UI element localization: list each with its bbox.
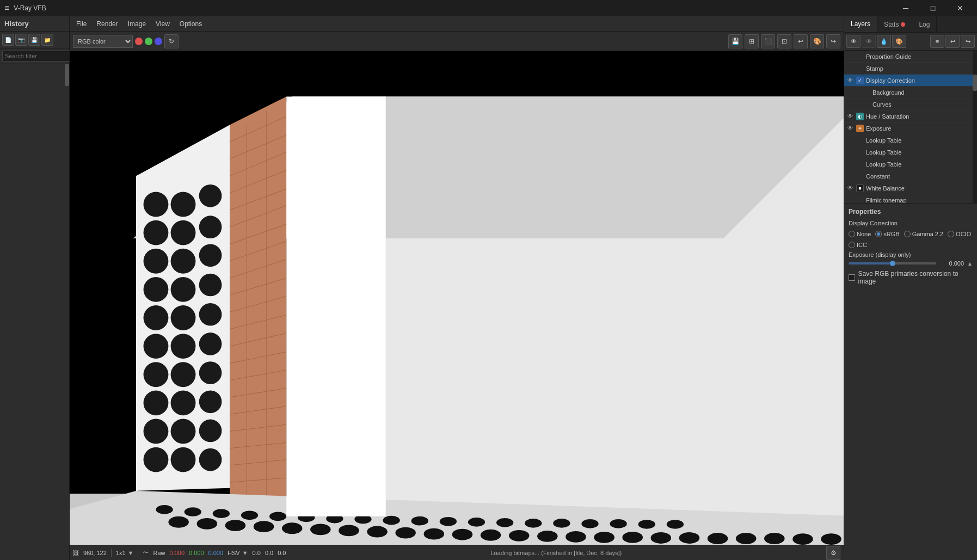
svg-point-72 — [509, 530, 530, 541]
exposure-expand-icon[interactable]: ▲ — [967, 261, 973, 267]
grid-icon-button[interactable]: ⊞ — [745, 34, 759, 48]
svg-point-99 — [553, 519, 570, 528]
radio-ocio[interactable]: OCIO — [948, 231, 971, 237]
layer-white-balance[interactable]: 👁 ■ White Balance — [844, 182, 977, 194]
layer-hue-saturation[interactable]: 👁 ◐ Hue / Saturation — [844, 110, 977, 122]
status-right: ⚙ — [826, 546, 840, 560]
select-icon-button[interactable]: ⬛ — [761, 34, 775, 48]
radio-icc[interactable]: ICC — [849, 242, 867, 248]
layer-eye-lookup3[interactable] — [846, 161, 854, 168]
layer-filmic-tonemap[interactable]: Filmic tonemap — [844, 194, 977, 203]
svg-point-100 — [581, 519, 598, 528]
layer-eye-curves[interactable] — [853, 101, 861, 108]
layer-eye-off[interactable]: 👁 — [862, 35, 876, 48]
channel-icon-button[interactable]: 🎨 — [810, 34, 824, 48]
pixel-dropdown-icon[interactable]: ▼ — [128, 550, 134, 556]
exposure-value: 0.000 — [939, 260, 964, 267]
layer-eye-display-correction[interactable]: 👁 — [846, 77, 854, 84]
display-correction-radio-row: None sRGB Gamma 2.2 OCIO — [849, 231, 973, 248]
layer-eye-lookup2[interactable] — [846, 149, 854, 156]
layer-icon-white-balance: ■ — [856, 184, 864, 192]
layer-eye-filmic[interactable] — [846, 196, 854, 204]
layer-lookup-3[interactable]: Lookup Table — [844, 158, 977, 170]
layer-list-icon[interactable]: ≡ — [930, 35, 944, 48]
tab-layers[interactable]: Layers — [844, 16, 877, 32]
history-save-button[interactable]: 💾 — [28, 34, 40, 46]
app-menu-icon[interactable]: ≡ — [4, 3, 9, 13]
history-new-button[interactable]: 📄 — [2, 34, 14, 46]
svg-point-46 — [199, 333, 222, 355]
viewport[interactable] — [70, 51, 844, 545]
layer-undo[interactable]: ↩ — [945, 35, 960, 48]
layer-exposure[interactable]: 👁 ☀ Exposure — [844, 122, 977, 134]
undo-icon-button[interactable]: ↩ — [794, 34, 808, 48]
layers-list[interactable]: Proportion Guide Stamp 👁 ✓ Display Corre… — [844, 51, 977, 203]
status-colorspace[interactable]: HSV ▼ — [228, 550, 248, 556]
blue-channel-dot[interactable] — [155, 38, 162, 45]
layer-background[interactable]: Background — [844, 87, 977, 99]
maximize-button[interactable]: □ — [920, 0, 945, 16]
radio-none[interactable]: None — [849, 231, 871, 237]
layer-lookup-1[interactable]: Lookup Table — [844, 134, 977, 146]
svg-point-78 — [679, 532, 700, 544]
layer-eye-toggle[interactable]: 👁 — [846, 35, 861, 48]
green-channel-dot[interactable] — [145, 38, 152, 45]
v-value: 0.0 — [278, 550, 286, 556]
close-button[interactable]: ✕ — [948, 0, 973, 16]
layer-eye-hue-sat[interactable]: 👁 — [846, 113, 854, 120]
layer-eye-constant[interactable] — [846, 173, 854, 180]
colorspace-dropdown[interactable]: ▼ — [242, 550, 248, 556]
color-mode-select[interactable]: RGB color Alpha Matte/Shadow — [73, 35, 133, 48]
s-value: 0.0 — [265, 550, 273, 556]
layer-lookup-2[interactable]: Lookup Table — [844, 146, 977, 158]
menu-view[interactable]: View — [151, 19, 174, 29]
tab-stats[interactable]: Stats — [877, 16, 912, 32]
radio-label-srgb: sRGB — [883, 231, 899, 237]
layer-display-correction[interactable]: 👁 ✓ Display Correction — [844, 75, 977, 87]
save-rgb-checkbox[interactable] — [849, 274, 855, 281]
layer-curves[interactable]: Curves — [844, 99, 977, 110]
svg-point-93 — [383, 516, 400, 525]
menu-image[interactable]: Image — [124, 19, 150, 29]
svg-point-82 — [792, 533, 813, 545]
exposure-slider-track[interactable] — [849, 262, 936, 264]
stats-dot — [901, 22, 905, 27]
menu-options[interactable]: Options — [175, 19, 206, 29]
radio-gamma[interactable]: Gamma 2.2 — [904, 231, 943, 237]
layer-eye-proportion[interactable] — [846, 53, 854, 60]
menu-file[interactable]: File — [72, 19, 91, 29]
history-folder-button[interactable]: 📁 — [41, 34, 53, 46]
layer-eye-background[interactable] — [853, 89, 861, 96]
svg-point-96 — [468, 518, 485, 527]
layer-redo[interactable]: ↪ — [961, 35, 975, 48]
layer-proportion-guide[interactable]: Proportion Guide — [844, 51, 977, 63]
minimize-button[interactable]: ─ — [893, 0, 918, 16]
red-channel-dot[interactable] — [135, 38, 143, 45]
layer-constant[interactable]: Constant — [844, 170, 977, 182]
layer-stamp[interactable]: Stamp — [844, 63, 977, 75]
status-settings-button[interactable]: ⚙ — [826, 546, 840, 560]
svg-point-41 — [144, 305, 169, 330]
radio-srgb[interactable]: sRGB — [875, 231, 899, 237]
history-scrollbar-thumb[interactable] — [65, 64, 69, 86]
tab-log[interactable]: Log — [912, 16, 937, 32]
layer-eye-lookup1[interactable] — [846, 137, 854, 144]
compare-icon-button[interactable]: ⊡ — [777, 34, 791, 48]
layers-scrollbar-thumb[interactable] — [973, 75, 977, 91]
redo-icon-button[interactable]: ↪ — [826, 34, 840, 48]
svg-point-71 — [481, 530, 501, 541]
layer-color[interactable]: 🎨 — [892, 35, 906, 48]
layer-label-filmic: Filmic tonemap — [866, 197, 975, 204]
refresh-button[interactable]: ↻ — [164, 34, 179, 48]
b-value: 0.000 — [208, 550, 224, 556]
save-icon-button[interactable]: 💾 — [728, 34, 742, 48]
layer-eyedrop[interactable]: 💧 — [877, 35, 891, 48]
layer-eye-exposure[interactable]: 👁 — [846, 125, 854, 132]
history-camera-button[interactable]: 📷 — [15, 34, 27, 46]
menu-render[interactable]: Render — [92, 19, 122, 29]
status-message: Loading bitmaps... (Finished in [file, D… — [290, 550, 822, 556]
layer-eye-white-balance[interactable]: 👁 — [846, 184, 854, 192]
layer-eye-stamp[interactable] — [846, 65, 854, 72]
svg-point-31 — [199, 184, 222, 207]
exposure-slider-thumb[interactable] — [890, 261, 895, 266]
